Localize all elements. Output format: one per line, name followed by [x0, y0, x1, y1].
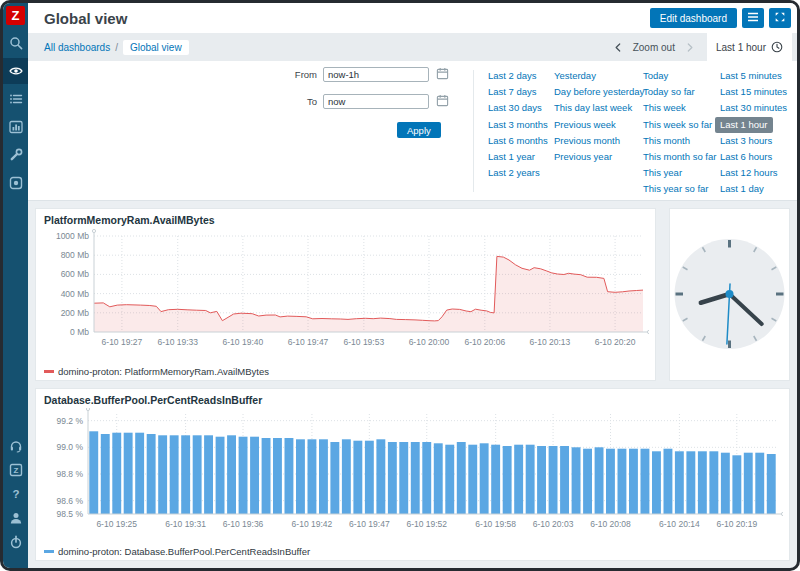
- sidebar-item-search[interactable]: [3, 30, 28, 56]
- quick-range-link[interactable]: Last 5 minutes: [720, 68, 782, 84]
- sidebar-item-share[interactable]: Z: [3, 458, 28, 481]
- from-label: From: [273, 69, 317, 80]
- time-back-button[interactable]: [613, 42, 624, 53]
- svg-text:600 Mb: 600 Mb: [61, 269, 90, 279]
- quick-range-link[interactable]: Last 2 days: [488, 68, 537, 84]
- legend-label: domino-proton: PlatformMemoryRam.AvailMB…: [58, 366, 269, 377]
- edit-dashboard-button[interactable]: Edit dashboard: [650, 8, 737, 28]
- to-label: To: [273, 96, 317, 107]
- widget-title: Database.BufferPool.PerCentReadsInBuffer: [44, 394, 781, 406]
- quick-range-link[interactable]: Last 30 minutes: [720, 100, 787, 116]
- reports-icon: [9, 120, 23, 134]
- quick-range-link[interactable]: Last 15 minutes: [720, 84, 787, 100]
- sidebar-item-help[interactable]: ?: [3, 482, 28, 505]
- quick-range-link[interactable]: Day before yesterday: [554, 84, 644, 100]
- svg-text:6-10 19:36: 6-10 19:36: [223, 519, 264, 529]
- quick-range-link[interactable]: Previous week: [554, 117, 616, 133]
- quick-range-link[interactable]: Previous year: [554, 149, 612, 165]
- svg-text:6-10 20:19: 6-10 20:19: [716, 519, 757, 529]
- services-icon: [9, 92, 23, 106]
- quick-range-link[interactable]: Last 1 hour: [715, 117, 773, 133]
- quick-range-link[interactable]: Last 6 hours: [720, 149, 772, 165]
- signout-icon: [9, 535, 23, 549]
- quick-range-link[interactable]: This day last week: [554, 100, 632, 116]
- svg-text:?: ?: [12, 488, 19, 500]
- quick-range-link[interactable]: Last 12 hours: [720, 165, 778, 181]
- zabbix-logo[interactable]: Z: [6, 6, 25, 25]
- quick-range-link[interactable]: Yesterday: [554, 68, 596, 84]
- sidebar-item-user[interactable]: [3, 506, 28, 529]
- quick-range-link[interactable]: Today: [643, 68, 668, 84]
- calendar-icon: [436, 94, 449, 110]
- breadcrumb-current[interactable]: Global view: [123, 40, 189, 55]
- quick-range-link[interactable]: Last 30 days: [488, 100, 542, 116]
- svg-text:6-10 19:52: 6-10 19:52: [406, 519, 447, 529]
- quick-range-link[interactable]: Last 6 months: [488, 133, 548, 149]
- quick-range-link[interactable]: Last 2 years: [488, 165, 540, 181]
- graph-legend: domino-proton: Database.BufferPool.PerCe…: [44, 546, 781, 557]
- app-window: ZZ? Global view Edit dashboard All dashb…: [0, 0, 800, 571]
- svg-text:0 Mb: 0 Mb: [70, 327, 89, 337]
- quick-range-link[interactable]: Previous month: [554, 133, 620, 149]
- svg-text:6-10 19:25: 6-10 19:25: [96, 519, 137, 529]
- legend-swatch: [44, 550, 54, 553]
- breadcrumb: All dashboards / Global view: [28, 33, 613, 61]
- svg-text:6-10 19:31: 6-10 19:31: [165, 519, 206, 529]
- sidebar-item-support[interactable]: [3, 434, 28, 457]
- quick-range-link[interactable]: This week: [643, 100, 686, 116]
- configuration-icon: [9, 148, 23, 162]
- svg-text:6-10 19:58: 6-10 19:58: [475, 519, 516, 529]
- sidebar-bottom-group: Z?: [3, 434, 28, 554]
- quick-range-link[interactable]: Today so far: [643, 84, 695, 100]
- apply-button[interactable]: Apply: [397, 122, 441, 138]
- quick-range-link[interactable]: This year: [643, 165, 682, 181]
- bufferpool-graph[interactable]: 99.2 %99.0 %98.8 %98.6 %98.5 %6-10 19:25…: [44, 408, 783, 541]
- availmbytes-graph[interactable]: 1000 Mb800 Mb600 Mb400 Mb200 Mb0 Mb6-10 …: [44, 228, 649, 361]
- zoom-out-button[interactable]: Zoom out: [633, 42, 675, 53]
- fullscreen-button[interactable]: [769, 8, 791, 28]
- time-range-tab[interactable]: Last 1 hour: [707, 33, 792, 61]
- from-calendar-button[interactable]: [435, 67, 450, 82]
- filter-divider: [473, 70, 474, 192]
- hamburger-menu-button[interactable]: [742, 8, 764, 28]
- breadcrumb-link-all-dashboards[interactable]: All dashboards: [44, 42, 110, 53]
- quick-range-link[interactable]: Last 3 months: [488, 117, 548, 133]
- quick-range-link[interactable]: This month so far: [643, 149, 716, 165]
- from-input[interactable]: [323, 67, 429, 82]
- to-input[interactable]: [323, 94, 429, 109]
- time-forward-button[interactable]: [684, 42, 695, 53]
- sidebar-item-reports[interactable]: [3, 114, 28, 140]
- svg-text:99.0 %: 99.0 %: [57, 442, 84, 452]
- sidebar-item-signout[interactable]: [3, 530, 28, 553]
- help-icon: ?: [9, 487, 23, 501]
- widget-bufferpool-graph: Database.BufferPool.PerCentReadsInBuffer…: [35, 388, 790, 561]
- svg-text:6-10 19:40: 6-10 19:40: [223, 337, 264, 347]
- sidebar-item-monitoring[interactable]: [3, 58, 28, 84]
- quick-range-link[interactable]: Last 3 hours: [720, 133, 772, 149]
- breadcrumb-bar: All dashboards / Global view Zoom out La…: [28, 33, 797, 61]
- quick-ranges: Last 2 daysLast 7 daysLast 30 daysLast 3…: [488, 68, 797, 198]
- svg-text:6-10 20:08: 6-10 20:08: [590, 519, 631, 529]
- analog-clock: [671, 210, 788, 379]
- sidebar-item-configuration[interactable]: [3, 142, 28, 168]
- svg-text:6-10 19:33: 6-10 19:33: [157, 337, 198, 347]
- quick-range-link[interactable]: Last 1 day: [720, 181, 764, 197]
- svg-text:6-10 20:00: 6-10 20:00: [409, 337, 450, 347]
- to-calendar-button[interactable]: [435, 94, 450, 109]
- legend-label: domino-proton: Database.BufferPool.PerCe…: [58, 546, 310, 557]
- sidebar-item-administration[interactable]: [3, 170, 28, 196]
- quick-range-link[interactable]: Last 7 days: [488, 84, 537, 100]
- widget-title: PlatformMemoryRam.AvailMBytes: [44, 214, 647, 226]
- quick-range-column: Last 2 daysLast 7 daysLast 30 daysLast 3…: [488, 68, 554, 198]
- dashboard-grid: PlatformMemoryRam.AvailMBytes 1000 Mb800…: [28, 201, 797, 568]
- svg-text:6-10 20:13: 6-10 20:13: [530, 337, 571, 347]
- quick-range-link[interactable]: This month: [643, 133, 690, 149]
- sidebar: ZZ?: [3, 3, 28, 568]
- quick-range-link[interactable]: This year so far: [643, 181, 708, 197]
- quick-range-link[interactable]: This week so far: [643, 117, 712, 133]
- quick-range-link[interactable]: Last 1 year: [488, 149, 535, 165]
- svg-text:6-10 19:27: 6-10 19:27: [102, 337, 143, 347]
- svg-text:98.8 %: 98.8 %: [57, 469, 84, 479]
- sidebar-item-services[interactable]: [3, 86, 28, 112]
- svg-text:800 Mb: 800 Mb: [61, 250, 90, 260]
